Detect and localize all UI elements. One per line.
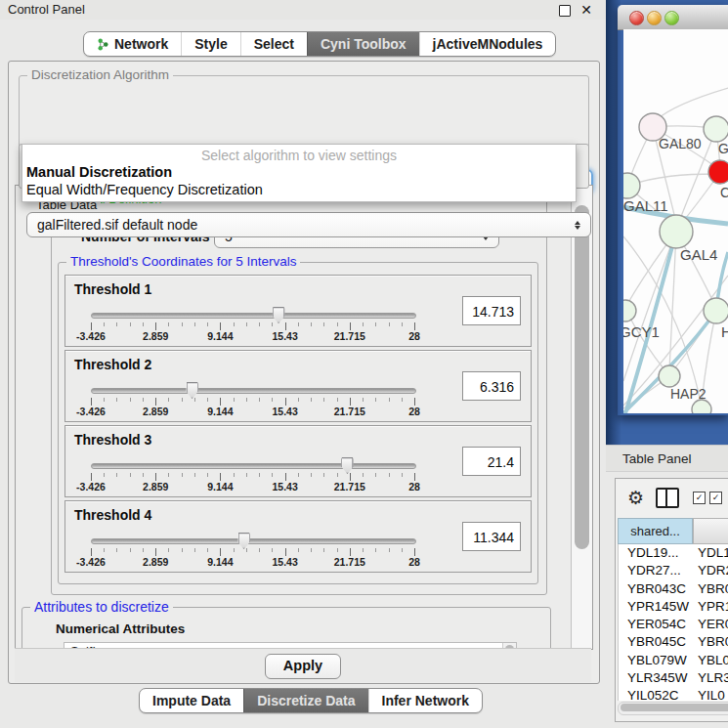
tab-impute-data[interactable]: Impute Data [140,689,243,712]
table-cell[interactable]: YBR0 [694,580,728,598]
network-canvas[interactable]: GAL80 GA C GAL11 GAL4 GCY1 H HAP2 [623,29,728,413]
node-red[interactable] [708,160,728,184]
tab-select[interactable]: Select [240,32,307,56]
thresholds-group: Threshold's Coordinates for 5 Intervals … [58,262,538,584]
checkbox-icons: ✓ ✓ [693,492,722,504]
table-cell[interactable]: YER0 [694,616,728,633]
table-row[interactable]: YBR045CYBR0 [619,633,728,651]
network-window-titlebar[interactable] [618,5,728,30]
slider-tick-labels: -3.4262.8599.14415.4321.71528 [91,406,414,417]
apply-button[interactable]: Apply [265,654,341,679]
tick-label: 21.715 [334,406,365,417]
threshold-4-slider[interactable] [91,538,416,544]
close-icon[interactable]: ✕ [578,1,594,19]
control-panel: Control Panel ✕ NetworkStyleSelectCyni T… [0,0,606,728]
table-cell[interactable]: YER054C [619,616,694,633]
discretization-algorithm-label: Discretization Algorithm [27,67,173,82]
table-cell[interactable]: YBL0 [694,652,728,669]
table-row[interactable]: YER054CYER0 [619,616,728,633]
dropdown-option-equal-width-frequency[interactable]: Equal Width/Frequency Discretization [26,182,263,197]
network-desktop: GAL80 GA C GAL11 GAL4 GCY1 H HAP2 [606,0,728,445]
vertical-scrollbar-thumb[interactable] [575,205,589,549]
table-cell[interactable]: YBR043C [619,580,694,598]
slider-ticks [91,398,415,406]
tick-label: -3.426 [76,406,106,417]
gear-icon[interactable]: ⚙ [627,489,644,507]
numerical-attributes-label: Numerical Attributes [56,621,550,636]
table-row[interactable]: YIL052CYIL0 [619,687,728,701]
threshold-2-value-field[interactable]: 6.316 [462,371,521,401]
settings-scroll-content: Interval Definition Number of Intervals … [16,186,571,649]
columns-icon[interactable] [656,488,679,508]
table-cell[interactable]: YIL052C [619,687,694,701]
table-cell[interactable]: YBR0 [694,633,728,651]
tab-jactivemnodules[interactable]: jActiveMNodules [419,32,556,56]
svg-text:H: H [721,323,728,340]
table-cell[interactable]: YDR27... [619,562,694,579]
node-hap2[interactable] [659,365,680,387]
tick-label: 15.43 [272,330,297,342]
table-cell[interactable]: YLR3 [694,669,728,687]
table-data-combobox[interactable]: galFiltered.sif default node [26,212,591,237]
checkbox-checked-icon[interactable]: ✓ [709,492,722,504]
checkbox-checked-icon[interactable]: ✓ [693,492,706,504]
node-gal4[interactable] [660,215,693,248]
tick-label: 2.859 [143,481,168,492]
table-row[interactable]: YDL19...YDL1 [619,544,728,562]
threshold-4-value-field[interactable]: 11.344 [462,522,521,551]
tab-cyni-toolbox[interactable]: Cyni Toolbox [307,32,419,56]
table-cell[interactable]: YIL0 [694,687,728,701]
slider-thumb[interactable] [273,307,285,323]
threshold-1-value-field[interactable]: 14.713 [462,296,521,325]
node-h[interactable] [704,298,728,323]
table-cell[interactable]: YBL079W [619,652,694,669]
table-cell[interactable]: YDL1 [694,544,728,562]
tick-label: 28 [408,556,420,568]
table-cell[interactable]: YPR1 [694,598,728,616]
thresholds-group-label: Threshold's Coordinates for 5 Intervals [66,254,300,269]
slider-thumb[interactable] [237,533,250,549]
cyni-toolbox-panel: Discretization Algorithm Manual Discreti… [8,61,600,684]
tick-label: 2.859 [143,330,168,342]
threshold-1-slider[interactable] [91,313,416,319]
table-cell[interactable]: YLR345W [619,669,694,687]
table-cell[interactable]: YDR2 [694,562,728,579]
column-header-name[interactable]: na [693,518,728,544]
horizontal-scrollbar-thumb[interactable] [621,704,728,711]
node-gcy1[interactable] [623,300,636,321]
slider-thumb[interactable] [341,457,354,474]
table-cell[interactable]: YDL19... [619,544,694,562]
table-row[interactable]: YBL079WYBL0 [619,652,728,669]
node-ga[interactable] [704,116,728,142]
tick-label: 28 [408,406,420,417]
tab-discretize-data[interactable]: Discretize Data [243,689,367,712]
tab-infer-network[interactable]: Infer Network [368,689,482,712]
threshold-2-slider[interactable] [91,388,416,394]
table-row[interactable]: YLR345WYLR3 [619,669,728,687]
table-row[interactable]: YDR27...YDR2 [619,562,728,579]
table-header-row: shared... na [618,518,728,544]
threshold-3-value-field[interactable]: 21.4 [462,447,521,476]
table-cell[interactable]: YPR145W [619,598,694,616]
svg-text:GCY1: GCY1 [623,323,660,340]
tab-style[interactable]: Style [181,32,239,56]
slider-ticks [91,322,415,330]
mac-close-icon[interactable] [629,11,644,25]
vertical-scrollbar[interactable] [571,186,592,649]
dropdown-option-manual-discretization[interactable]: Manual Discretization [26,164,172,180]
column-header-shared-name[interactable]: shared... [618,518,693,544]
bottom-tab-bar: Impute DataDiscretize DataInfer Network [139,688,483,713]
tab-network[interactable]: Network [84,32,181,56]
combo-arrows-icon [575,221,580,230]
slider-ticks [91,548,415,556]
horizontal-scrollbar[interactable] [618,702,728,715]
float-window-icon[interactable] [559,5,571,17]
node-bottom[interactable] [692,400,711,413]
table-row[interactable]: YBR043CYBR0 [619,580,728,598]
mac-zoom-icon[interactable] [664,11,679,25]
mac-minimize-icon[interactable] [647,11,662,25]
threshold-3-slider[interactable] [91,463,416,469]
slider-thumb[interactable] [186,382,198,399]
table-row[interactable]: YPR145WYPR1 [619,598,728,616]
table-cell[interactable]: YBR045C [619,633,694,651]
